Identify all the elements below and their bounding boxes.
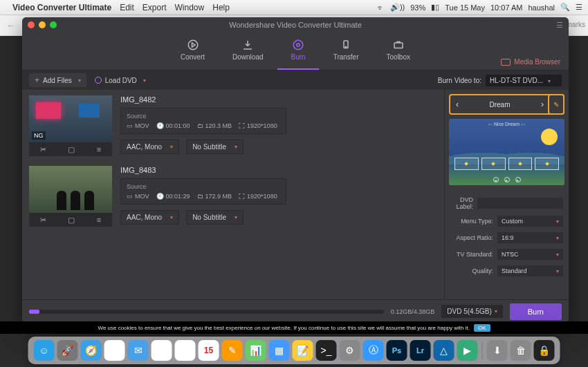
cookie-text: We use cookies to ensure that we give yo… <box>98 325 469 331</box>
user-text[interactable]: haushal <box>528 3 555 12</box>
file-thumbnail: NG ✂ ▢ ≡ <box>29 95 112 156</box>
menu-edit[interactable]: Edit <box>120 3 134 12</box>
dock-app-pages[interactable]: ✎ <box>222 340 243 361</box>
burn-to-dropdown[interactable]: HL-DT-ST DVD... ▾ <box>486 75 562 86</box>
tab-transfer[interactable]: Transfer <box>333 39 359 64</box>
cookie-banner: We use cookies to ensure that we give yo… <box>0 321 588 334</box>
dock-app-launchpad[interactable]: 🚀 <box>57 340 78 361</box>
audio-dropdown[interactable]: AAC, Mono▾ <box>120 210 179 225</box>
tab-convert[interactable]: Convert <box>181 39 205 64</box>
macos-menubar: Video Converter Ultimate Edit Export Win… <box>0 0 588 15</box>
chevron-down-icon: ▾ <box>556 218 559 225</box>
wifi-icon[interactable]: ᯤ <box>377 3 385 12</box>
chevron-down-icon[interactable]: ▾ <box>143 77 146 84</box>
burn-settings: DVD Label: Menu Type: Custom▾ Aspect Rat… <box>445 196 569 276</box>
thumbnail-tools: ✂ ▢ ≡ <box>29 142 112 156</box>
load-dvd-button[interactable]: Load DVD ▾ <box>95 77 146 84</box>
media-browser-button[interactable]: Media Browser <box>501 58 560 66</box>
app-name[interactable]: Video Converter Ultimate <box>12 3 111 12</box>
menu-type-label: Menu Type: <box>450 218 493 225</box>
menu-help[interactable]: Help <box>212 3 230 12</box>
thumbnail-image[interactable] <box>29 166 112 213</box>
menu-extra-icon[interactable]: ☰ <box>576 3 582 12</box>
template-preview[interactable]: -·- Nice Dream -·- ◂ ▸ ▸ <box>449 119 564 185</box>
dock-app-calendar[interactable]: 15 <box>199 340 219 361</box>
dock-app-terminal[interactable]: >_ <box>316 340 337 361</box>
tab-label: Toolbox <box>387 53 410 61</box>
subtitle-dropdown[interactable]: No Subtitle▾ <box>186 140 244 154</box>
menu-window[interactable]: Window <box>175 3 205 12</box>
dock-app-keynote[interactable]: ▦ <box>269 340 290 361</box>
dock-app-appstore[interactable]: Ⓐ <box>363 340 384 361</box>
dock-app-mail[interactable]: ✉ <box>128 340 149 361</box>
menu-export[interactable]: Export <box>143 3 167 12</box>
dock-app-finder[interactable]: ☺ <box>34 340 55 361</box>
crop-icon[interactable]: ▢ <box>68 216 75 225</box>
chevron-down-icon[interactable]: ▾ <box>78 77 81 84</box>
file-row[interactable]: ✂ ▢ ≡ IMG_8483 Source ▭ MOV 🕘 00:01:29 🗀… <box>29 166 437 227</box>
tab-label: Burn <box>291 53 306 61</box>
convert-icon <box>186 39 200 51</box>
source-box: Source ▭ MOV 🕘 00:01:00 🗀 120.3 MB ⛶ 192… <box>120 108 286 134</box>
file-thumbnail: ✂ ▢ ≡ <box>29 166 112 227</box>
tab-burn[interactable]: Burn <box>291 39 306 64</box>
right-pane: ‹ Dream › ✎ -·- Nice Dream -·- ◂ ▸ ▸ <box>444 90 569 299</box>
dock-app-wondershare[interactable]: ▶ <box>457 340 478 361</box>
edit-template-button[interactable]: ✎ <box>548 94 564 115</box>
effects-icon[interactable]: ≡ <box>97 216 101 224</box>
subtitle-dropdown[interactable]: No Subtitle▾ <box>186 210 244 225</box>
dock-app-downloads[interactable]: ⬇ <box>487 340 508 361</box>
dock-app-itunes[interactable]: ♪ <box>151 340 172 361</box>
trim-icon[interactable]: ✂ <box>40 145 46 154</box>
preview-clips <box>454 158 559 170</box>
volume-icon[interactable]: 🔊)) <box>390 3 405 12</box>
add-files-label: Add Files <box>43 77 72 84</box>
aspect-ratio-dropdown[interactable]: 16:9▾ <box>497 232 563 243</box>
menu-type-dropdown[interactable]: Custom▾ <box>497 216 563 227</box>
time-text: 10:07 AM <box>490 3 522 12</box>
file-name: IMG_8482 <box>120 95 437 104</box>
burn-to-value: HL-DT-ST DVD... <box>490 77 543 84</box>
crop-icon[interactable]: ▢ <box>68 145 75 154</box>
preview-title: -·- Nice Dream -·- <box>449 122 564 126</box>
next-template-button[interactable]: › <box>541 100 544 109</box>
dvd-label-input[interactable] <box>477 198 563 209</box>
cookie-ok-button[interactable]: OK <box>474 324 490 332</box>
effects-icon[interactable]: ≡ <box>97 145 101 153</box>
browser-back-icon[interactable]: ← <box>4 21 18 30</box>
chevron-down-icon: ▾ <box>556 252 559 258</box>
file-row[interactable]: NG ✂ ▢ ≡ IMG_8482 Source ▭ MOV 🕘 00:01 <box>29 95 437 156</box>
dock-app-lock[interactable]: 🔒 <box>534 340 555 361</box>
dock-app-numbers[interactable]: 📊 <box>246 340 266 361</box>
dock-app-notes[interactable]: 📝 <box>293 340 313 361</box>
next-clip-icon[interactable]: ▸ <box>515 177 521 182</box>
resolution-text: ⛶ 1920*1080 <box>239 193 277 200</box>
dock-app-settings[interactable]: ⚙ <box>340 340 360 361</box>
thumbnail-image[interactable]: NG <box>29 95 112 142</box>
app-window: Wondershare Video Converter Ultimate ☰ C… <box>22 17 569 323</box>
dock-app-trash[interactable]: 🗑 <box>511 340 531 361</box>
dock-app-app1[interactable]: △ <box>434 340 454 361</box>
menubar-status: ᯤ 🔊)) 93% ▮▯ Tue 15 May 10:07 AM haushal… <box>377 3 582 12</box>
format-badge: ▭ MOV <box>127 122 149 129</box>
tab-toolbox[interactable]: Toolbox <box>387 39 410 64</box>
play-icon[interactable]: ▸ <box>504 177 510 182</box>
tv-standard-dropdown[interactable]: NTSC▾ <box>497 249 563 260</box>
dock-app-preview[interactable]: 🖼 <box>175 340 196 361</box>
file-info: IMG_8482 Source ▭ MOV 🕘 00:01:00 🗀 120.3… <box>120 95 437 156</box>
burn-button[interactable]: Burn <box>510 303 562 320</box>
quality-dropdown[interactable]: Standard▾ <box>497 265 563 276</box>
dock-app-photoshop[interactable]: Ps <box>387 340 407 361</box>
disc-size-dropdown[interactable]: DVD 5(4.5GB)▾ <box>441 305 502 318</box>
dock-app-safari[interactable]: 🧭 <box>81 340 102 361</box>
search-icon[interactable]: 🔍 <box>560 3 570 12</box>
audio-dropdown[interactable]: AAC, Mono▾ <box>120 140 179 154</box>
add-files-button[interactable]: + Add Files ▾ <box>29 73 86 87</box>
plus-icon: + <box>35 75 39 85</box>
trim-icon[interactable]: ✂ <box>40 216 46 225</box>
dock-app-chrome[interactable]: ◉ <box>104 340 125 361</box>
prev-clip-icon[interactable]: ◂ <box>493 177 499 182</box>
dock-app-lightroom[interactable]: Lr <box>410 340 431 361</box>
chevron-down-icon: ▾ <box>170 144 173 150</box>
tab-download[interactable]: Download <box>232 39 263 64</box>
